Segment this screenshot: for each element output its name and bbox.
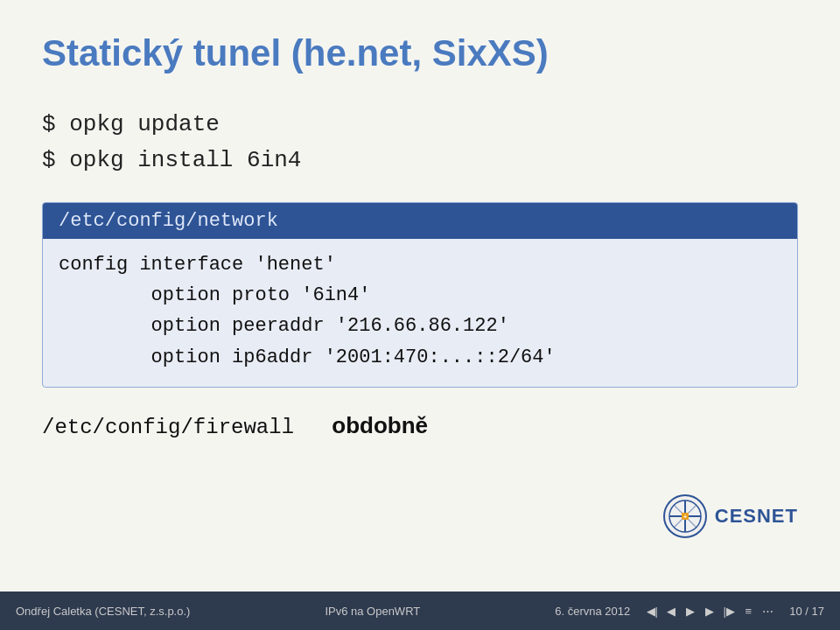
footer-page: 10 / 17 <box>789 605 824 618</box>
footer-author: Ondřej Caletka (CESNET, z.s.p.o.) <box>16 605 190 618</box>
svg-text:+: + <box>683 514 687 520</box>
nav-list-icon[interactable]: ≡ <box>740 603 756 619</box>
config-block: /etc/config/network config interface 'he… <box>42 202 798 388</box>
footer-topic: IPv6 na OpenWRT <box>325 605 420 618</box>
config-line-2: option proto '6in4' <box>59 280 781 311</box>
nav-icons: ◀| ◀ ▶ ▶ |▶ ≡ ⋯ <box>644 603 775 619</box>
firewall-line: /etc/config/firewall obdobně <box>42 412 798 439</box>
nav-next-icon[interactable]: ▶ <box>702 603 718 619</box>
footer-right: 6. června 2012 ◀| ◀ ▶ ▶ |▶ ≡ ⋯ 10 / 17 <box>555 603 824 619</box>
footer-date: 6. června 2012 <box>555 605 630 618</box>
nav-last-icon[interactable]: |▶ <box>721 603 737 619</box>
nav-play-icon[interactable]: ▶ <box>682 603 698 619</box>
commands-block: $ opkg update $ opkg install 6in4 <box>42 107 798 178</box>
nav-first-icon[interactable]: ◀| <box>644 603 660 619</box>
footer: Ondřej Caletka (CESNET, z.s.p.o.) IPv6 n… <box>0 592 840 630</box>
config-line-3: option peeraddr '216.66.86.122' <box>59 311 781 341</box>
firewall-code: /etc/config/firewall <box>42 416 294 439</box>
cesnet-logo: + CESNET <box>662 494 798 539</box>
config-line-1: config interface 'henet' <box>59 249 781 280</box>
config-header: /etc/config/network <box>43 203 797 239</box>
config-body: config interface 'henet' option proto '6… <box>43 239 797 387</box>
nav-menu-icon[interactable]: ⋯ <box>760 603 775 619</box>
firewall-bold: obdobně <box>332 412 428 438</box>
command-line-1: $ opkg update <box>42 107 798 142</box>
command-line-2: $ opkg install 6in4 <box>42 143 798 178</box>
config-line-4: option ip6addr '2001:470:...::2/64' <box>59 342 781 373</box>
nav-prev-icon[interactable]: ◀ <box>663 603 679 619</box>
slide-title: Statický tunel (he.net, SixXS) <box>42 32 798 75</box>
cesnet-text: CESNET <box>715 505 798 528</box>
